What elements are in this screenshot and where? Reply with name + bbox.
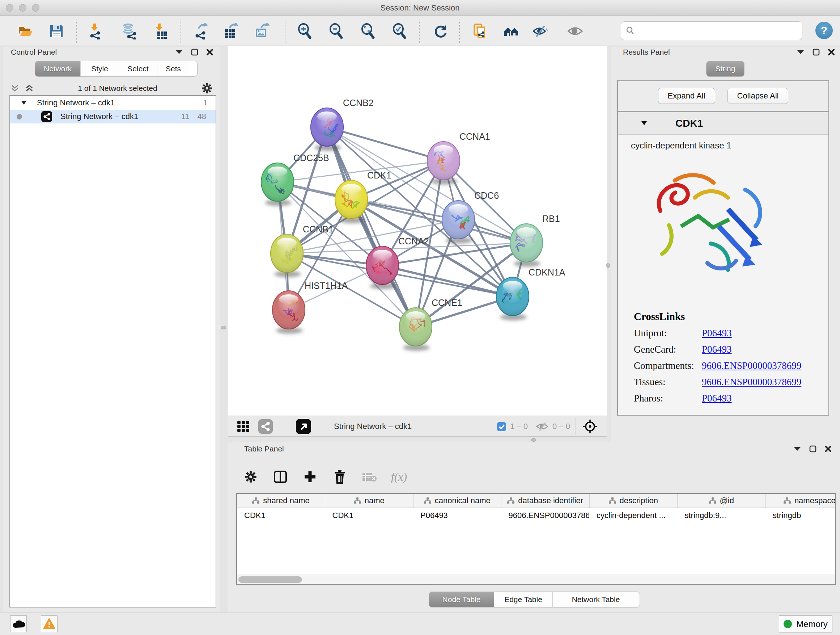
refresh-network-button[interactable] xyxy=(431,22,450,40)
network-edge[interactable] xyxy=(327,127,416,327)
protein-node-CCNE1[interactable] xyxy=(399,308,432,346)
houses-button[interactable] xyxy=(502,22,520,40)
table-row[interactable]: CDK1CDK1P064939606.ENSP00000378699cyclin… xyxy=(237,508,836,524)
zoom-fit-button[interactable] xyxy=(359,22,377,40)
protein-node-CDC25B[interactable] xyxy=(261,163,294,201)
table-cell[interactable]: cyclin-dependent ... xyxy=(589,508,677,524)
memory-button[interactable]: Memory xyxy=(779,616,832,632)
panel-float-icon[interactable] xyxy=(175,50,183,55)
tab-string[interactable]: String xyxy=(706,61,744,76)
protein-node-CCNB2[interactable] xyxy=(311,108,343,146)
tab-sets[interactable]: Sets xyxy=(157,61,189,76)
birdseye-view-button[interactable] xyxy=(295,418,311,434)
tab-select[interactable]: Select xyxy=(119,61,157,76)
export-network-button[interactable] xyxy=(192,22,210,40)
column-header-database-identifier[interactable]: database identifier xyxy=(501,494,590,508)
import-network-from-database-button[interactable] xyxy=(120,22,138,40)
grid-mode-button[interactable] xyxy=(236,418,251,434)
table-cell[interactable]: 9606.ENSP00000378699 xyxy=(501,508,590,524)
selected-checkbox-icon[interactable] xyxy=(497,422,507,432)
crosslink-link[interactable]: 9606.ENSP00000378699 xyxy=(702,360,801,371)
disclosure-triangle-icon[interactable] xyxy=(641,121,647,126)
expand-all-icon[interactable] xyxy=(25,84,34,93)
protein-node-CCNB1[interactable] xyxy=(271,234,303,272)
duplicate-network-button[interactable] xyxy=(471,22,489,40)
help-button[interactable]: ? xyxy=(815,22,833,39)
splitter-handle[interactable] xyxy=(221,326,226,329)
save-session-button[interactable] xyxy=(47,22,65,40)
export-image-button[interactable] xyxy=(252,22,270,40)
crosslink-link[interactable]: P06493 xyxy=(702,328,732,339)
table-settings-button[interactable] xyxy=(241,467,260,486)
crosslink-link[interactable]: P06493 xyxy=(702,344,732,355)
table-cell[interactable]: P06493 xyxy=(413,508,501,524)
tab-node-table[interactable]: Node Table xyxy=(429,592,494,607)
collapse-all-button[interactable]: Collapse All xyxy=(728,88,789,104)
panel-float-icon[interactable] xyxy=(793,447,801,451)
table-cell[interactable]: stringdb:9... xyxy=(677,508,766,524)
disclosure-triangle-icon[interactable] xyxy=(21,101,27,105)
show-columns-button[interactable] xyxy=(271,467,290,486)
panel-close-icon[interactable] xyxy=(206,49,213,56)
cloud-button[interactable] xyxy=(10,616,27,632)
expand-all-button[interactable]: Expand All xyxy=(658,88,715,104)
center-view-button[interactable] xyxy=(582,418,598,434)
column-header-description[interactable]: description xyxy=(589,494,677,508)
protein-node-HIST1H1A[interactable] xyxy=(272,291,305,329)
protein-node-CDC6[interactable] xyxy=(442,201,475,239)
search-input[interactable] xyxy=(635,26,794,35)
tab-style[interactable]: Style xyxy=(81,61,119,76)
protein-entry-header[interactable]: CDK1 xyxy=(618,112,829,135)
open-session-button[interactable] xyxy=(16,22,34,40)
export-table-button[interactable] xyxy=(221,22,240,40)
network-view-canvas[interactable]: CCNB2CCNA1CDC25BCDK1CDC6RB1CCNB1CCNA2CDK… xyxy=(228,46,607,416)
protein-node-CDK1[interactable] xyxy=(335,180,368,219)
show-all-button[interactable] xyxy=(566,22,584,40)
hide-selected-button[interactable] xyxy=(531,22,549,40)
string-network-graph[interactable]: CCNB2CCNA1CDC25BCDK1CDC6RB1CCNB1CCNA2CDK… xyxy=(228,46,607,415)
tab-network-table[interactable]: Network Table xyxy=(553,592,639,607)
import-table-button[interactable] xyxy=(152,22,170,40)
crosslink-link[interactable]: 9606.ENSP00000378699 xyxy=(702,377,801,388)
zoom-out-button[interactable] xyxy=(327,22,345,40)
crosslink-link[interactable]: P06493 xyxy=(702,393,732,404)
panel-maximize-icon[interactable] xyxy=(813,49,820,56)
splitter-handle[interactable] xyxy=(531,438,536,442)
protein-node-CDKN1A[interactable] xyxy=(496,277,529,316)
network-row[interactable]: String Network – cdk1 11 48 xyxy=(10,110,216,124)
import-network-button[interactable] xyxy=(87,22,104,40)
add-column-button[interactable] xyxy=(301,467,319,486)
tab-network[interactable]: Network xyxy=(35,61,81,76)
protein-node-CCNA2[interactable] xyxy=(366,246,399,285)
tab-edge-table[interactable]: Edge Table xyxy=(494,592,553,607)
delete-column-button[interactable] xyxy=(330,467,349,486)
column-header-name[interactable]: name xyxy=(325,494,414,508)
collapse-all-icon[interactable] xyxy=(10,84,19,93)
gear-icon[interactable] xyxy=(201,82,213,94)
zoom-selected-button[interactable] xyxy=(390,22,409,40)
network-mode-button[interactable] xyxy=(258,418,273,434)
column-header--id[interactable]: @id xyxy=(677,494,766,508)
protein-node-CCNA1[interactable] xyxy=(427,141,460,180)
table-cell[interactable]: CDK1 xyxy=(237,508,325,524)
warnings-button[interactable] xyxy=(41,616,57,632)
column-header-canonical-name[interactable]: canonical name xyxy=(413,494,501,508)
panel-close-icon[interactable] xyxy=(828,49,835,56)
panel-maximize-icon[interactable] xyxy=(191,49,198,56)
splitter-handle[interactable] xyxy=(606,263,610,268)
table-cell[interactable]: stringdb xyxy=(766,508,836,524)
panel-float-icon[interactable] xyxy=(797,50,805,55)
column-header-shared-name[interactable]: shared name xyxy=(237,494,325,508)
horizontal-scrollbar[interactable] xyxy=(237,575,835,584)
table-cell[interactable]: CDK1 xyxy=(325,508,414,524)
node-table[interactable]: shared namenamecanonical namedatabase id… xyxy=(236,493,836,585)
memory-label: Memory xyxy=(796,619,828,629)
column-header-namespace[interactable]: namespace xyxy=(766,494,836,508)
scrollbar-thumb[interactable] xyxy=(238,576,302,583)
table-tabs: Node TableEdge TableNetwork Table xyxy=(429,592,640,608)
panel-maximize-icon[interactable] xyxy=(809,445,816,453)
protein-node-RB1[interactable] xyxy=(510,224,543,262)
panel-close-icon[interactable] xyxy=(824,445,832,453)
zoom-in-button[interactable] xyxy=(295,22,314,40)
network-collection-row[interactable]: String Network – cdk1 1 xyxy=(10,96,216,110)
